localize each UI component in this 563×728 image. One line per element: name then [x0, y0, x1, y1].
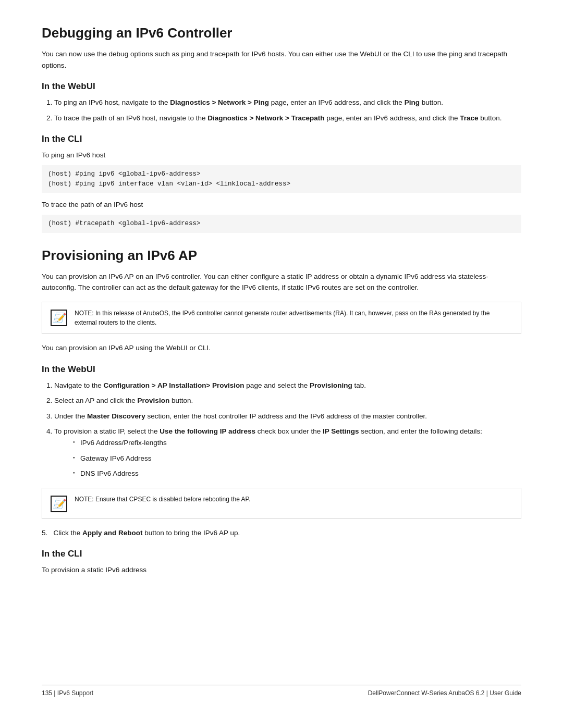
text-end: button. — [420, 98, 443, 106]
text-before: Select an AP and click the — [54, 397, 138, 404]
note-icon-1: 📝 — [51, 310, 67, 326]
list-item: Navigate to the Configuration > AP Insta… — [54, 380, 521, 391]
section1-title: Debugging an IPv6 Controller — [42, 25, 521, 41]
text-after: section, enter the host controller IP ad… — [145, 412, 427, 420]
step5-text: 5. Click the Apply and Reboot button to … — [42, 527, 521, 539]
text-middle: page, enter an IPv6 address, and click t… — [325, 114, 460, 122]
bullet-item: Gateway IPv6 Address — [73, 453, 521, 464]
section1-intro: You can now use the debug options such a… — [42, 48, 521, 71]
note-icon-2: 📝 — [51, 496, 67, 512]
code-line: (host) #ping ipv6 <global-ipv6-address> — [48, 169, 515, 179]
list-item: To provision a static IP, select the Use… — [54, 426, 521, 479]
bullet-item: DNS IPv6 Address — [73, 468, 521, 479]
page: Debugging an IPv6 Controller You can now… — [0, 0, 563, 728]
footer-right: DellPowerConnect W-Series ArubaOS 6.2 | … — [368, 689, 521, 697]
text-before: To provision a static IP, select the — [54, 427, 160, 435]
provisioning-webui-title: In the WebUI — [42, 364, 521, 375]
list-item: Select an AP and click the Provision but… — [54, 395, 521, 406]
note-text-2: NOTE: Ensure that CPSEC is disabled befo… — [75, 495, 250, 504]
text-before: Navigate to the — [54, 381, 104, 389]
bold-text: Diagnostics > Network > Tracepath — [207, 114, 324, 122]
code-block1: (host) #ping ipv6 <global-ipv6-address> … — [42, 165, 521, 193]
text-before: To trace the path of an IPv6 host, navig… — [54, 114, 207, 122]
bullet-list: IPv6 Address/Prefix-lengths Gateway IPv6… — [73, 437, 521, 479]
step5-number: 5. — [42, 529, 52, 537]
bold-text2: IP Settings — [323, 427, 359, 435]
text-middle: page and select the — [244, 381, 310, 389]
bold-text: Configuration > AP Installation> Provisi… — [104, 381, 244, 389]
bold-text: Master Discovery — [87, 412, 145, 420]
bold-text2: Provisioning — [310, 381, 352, 389]
list-item: To ping an IPv6 host, navigate to the Di… — [54, 97, 521, 108]
footer-left: 135 | IPv6 Support — [42, 689, 93, 697]
debugging-webui-list: To ping an IPv6 host, navigate to the Di… — [54, 97, 521, 124]
text-end: section, and enter the following details… — [359, 427, 482, 435]
note-box-1: 📝 NOTE: In this release of ArubaOS, the … — [42, 302, 521, 334]
section2-intro: You can provision an IPv6 AP on an IPv6 … — [42, 271, 521, 293]
code-line: (host) #tracepath <global-ipv6-address> — [48, 219, 515, 229]
bold-text: Provision — [138, 397, 170, 404]
list-item: Under the Master Discovery section, ente… — [54, 411, 521, 422]
provisioning-webui-list: Navigate to the Configuration > AP Insta… — [54, 380, 521, 479]
text-after: button. — [169, 397, 193, 404]
cli-provision-label: To provision a static IPv6 address — [42, 564, 521, 576]
section2-title: Provisioning an IPv6 AP — [42, 248, 521, 264]
bold-text: Diagnostics > Network > Ping — [170, 98, 269, 106]
main-content: Debugging an IPv6 Controller You can now… — [42, 25, 521, 664]
bold-text2: Ping — [405, 98, 420, 106]
text-end: button. — [478, 114, 501, 122]
note-text-1: NOTE: In this release of ArubaOS, the IP… — [75, 309, 512, 327]
cli-label2: To trace the path of an IPv6 host — [42, 199, 521, 211]
cli-label1: To ping an IPv6 host — [42, 150, 521, 161]
bold-text: Use the following IP address — [160, 427, 255, 435]
page-footer: 135 | IPv6 Support DellPowerConnect W-Se… — [42, 685, 521, 697]
bullet-item: IPv6 Address/Prefix-lengths — [73, 437, 521, 449]
list-item: To trace the path of an IPv6 host, navig… — [54, 113, 521, 124]
text-before: To ping an IPv6 host, navigate to the — [54, 98, 170, 106]
step5-bold: Apply and Reboot — [82, 529, 143, 537]
code-line: (host) #ping ipv6 interface vlan <vlan-i… — [48, 179, 515, 189]
debugging-webui-title: In the WebUI — [42, 81, 521, 92]
bold-text2: Trace — [460, 114, 478, 122]
step5-before: Click the — [54, 529, 83, 537]
webui-intro: You can provision an IPv6 AP using the W… — [42, 342, 521, 354]
debugging-cli-title: In the CLI — [42, 134, 521, 144]
step5-after: button to bring the IPv6 AP up. — [143, 529, 240, 537]
text-middle: check box under the — [255, 427, 323, 435]
text-after: page, enter an IPv6 address, and click t… — [269, 98, 405, 106]
provisioning-cli-title: In the CLI — [42, 549, 521, 559]
note-box-2: 📝 NOTE: Ensure that CPSEC is disabled be… — [42, 488, 521, 519]
text-before: Under the — [54, 412, 87, 420]
code-block2: (host) #tracepath <global-ipv6-address> — [42, 215, 521, 233]
text-end: tab. — [352, 381, 366, 389]
